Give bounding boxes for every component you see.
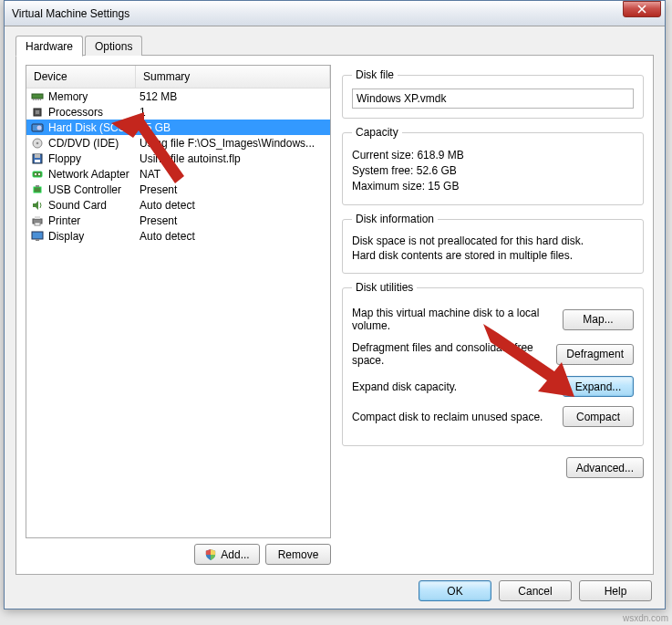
disk-icon	[30, 121, 45, 134]
device-summary: NAT	[134, 168, 326, 181]
advanced-button[interactable]: Advanced...	[566, 457, 644, 478]
diskfile-group: Disk file	[342, 68, 644, 119]
device-name: Network Adapter	[48, 168, 134, 181]
capacity-current: Current size: 618.9 MB	[352, 149, 634, 161]
svg-rect-24	[32, 232, 43, 239]
utilities-legend: Disk utilities	[352, 281, 417, 294]
device-summary: 15 GB	[134, 121, 326, 134]
cpu-icon	[30, 106, 45, 119]
svg-rect-22	[35, 216, 40, 219]
detail-panel: Disk file Capacity Current size: 618.9 M…	[342, 65, 644, 565]
device-summary: Using file autoinst.flp	[134, 152, 326, 165]
util-defrag-row: Defragment files and consolidate free sp…	[352, 341, 634, 367]
device-summary: Using file F:\OS_Images\Windows...	[134, 137, 326, 150]
device-summary: Present	[134, 214, 326, 227]
svg-rect-14	[35, 160, 40, 162]
window-content: Hardware Options Device Summary Memory51…	[5, 26, 665, 582]
capacity-group: Capacity Current size: 618.9 MB System f…	[342, 126, 644, 205]
device-summary: 1	[134, 106, 326, 119]
diskinfo-line1: Disk space is not preallocated for this …	[352, 234, 634, 247]
ok-button[interactable]: OK	[419, 580, 491, 601]
util-defrag-desc: Defragment files and consolidate free sp…	[352, 341, 556, 367]
expand-button[interactable]: Expand...	[563, 376, 634, 397]
svg-point-11	[36, 141, 39, 144]
add-button-label: Add...	[221, 548, 249, 561]
dialog-buttons: OK Cancel Help	[419, 580, 652, 601]
tab-hardware[interactable]: Hardware	[16, 36, 83, 57]
device-row-cpu[interactable]: Processors1	[26, 104, 330, 120]
device-row-disk[interactable]: Hard Disk (SCSI)15 GB	[26, 120, 330, 135]
device-rows: Memory512 MBProcessors1Hard Disk (SCSI)1…	[26, 89, 330, 537]
svg-marker-20	[33, 201, 38, 210]
watermark: wsxdn.com	[623, 613, 668, 623]
svg-rect-1	[33, 99, 34, 100]
remove-button[interactable]: Remove	[265, 544, 331, 565]
device-name: Sound Card	[48, 199, 134, 212]
device-name: Processors	[48, 106, 134, 119]
diskinfo-legend: Disk information	[352, 213, 438, 225]
defragment-button[interactable]: Defragment	[556, 344, 634, 365]
device-summary: Auto detect	[134, 230, 326, 243]
device-name: Printer	[48, 214, 134, 227]
net-icon	[30, 168, 45, 181]
device-name: Floppy	[48, 152, 134, 165]
util-expand-desc: Expand disk capacity.	[352, 380, 563, 393]
device-summary: Present	[134, 183, 326, 196]
diskfile-input[interactable]	[352, 89, 634, 109]
col-header-device[interactable]: Device	[26, 66, 136, 88]
tab-panel: Device Summary Memory512 MBProcessors1Ha…	[16, 55, 654, 575]
device-name: CD/DVD (IDE)	[48, 137, 134, 150]
shield-icon	[204, 549, 217, 560]
svg-rect-15	[33, 172, 42, 177]
diskfile-legend: Disk file	[352, 68, 398, 81]
device-row-cd[interactable]: CD/DVD (IDE)Using file F:\OS_Images\Wind…	[26, 135, 330, 151]
util-compact-row: Compact disk to reclaim unused space. Co…	[352, 406, 634, 427]
device-name: Memory	[48, 90, 134, 103]
device-summary: 512 MB	[134, 90, 326, 103]
device-row-floppy[interactable]: FloppyUsing file autoinst.flp	[26, 151, 330, 166]
cancel-button[interactable]: Cancel	[499, 580, 572, 601]
device-row-sound[interactable]: Sound CardAuto detect	[26, 197, 330, 213]
svg-rect-7	[36, 110, 39, 114]
util-map-desc: Map this virtual machine disk to a local…	[352, 307, 563, 332]
capacity-max: Maximum size: 15 GB	[352, 180, 634, 193]
tab-options[interactable]: Options	[85, 36, 142, 56]
util-compact-desc: Compact disk to reclaim unused space.	[352, 411, 563, 423]
tab-strip: Hardware Options	[16, 36, 654, 56]
col-header-summary[interactable]: Summary	[136, 66, 330, 88]
utilities-group: Disk utilities Map this virtual machine …	[342, 281, 644, 446]
svg-rect-4	[38, 99, 39, 100]
map-button[interactable]: Map...	[563, 309, 634, 330]
settings-window: Virtual Machine Settings Hardware Option…	[4, 0, 666, 609]
compact-button[interactable]: Compact	[563, 406, 634, 427]
svg-rect-0	[32, 94, 43, 99]
device-name: Hard Disk (SCSI)	[48, 121, 134, 134]
window-title: Virtual Machine Settings	[12, 7, 129, 20]
svg-rect-25	[36, 239, 39, 241]
cd-icon	[30, 137, 45, 150]
util-expand-row: Expand disk capacity. Expand...	[352, 376, 634, 397]
device-name: USB Controller	[48, 183, 134, 196]
close-button[interactable]	[623, 1, 661, 17]
usb-icon	[30, 183, 45, 196]
svg-rect-5	[40, 99, 41, 100]
device-row-net[interactable]: Network AdapterNAT	[26, 166, 330, 182]
svg-point-9	[37, 125, 42, 130]
floppy-icon	[30, 152, 45, 165]
device-row-memory[interactable]: Memory512 MB	[26, 89, 330, 104]
svg-rect-2	[35, 99, 36, 100]
help-button[interactable]: Help	[579, 580, 652, 601]
add-button[interactable]: Add...	[194, 544, 260, 565]
display-icon	[30, 230, 45, 243]
device-row-printer[interactable]: PrinterPresent	[26, 213, 330, 228]
titlebar: Virtual Machine Settings	[5, 1, 665, 26]
device-row-usb[interactable]: USB ControllerPresent	[26, 182, 330, 197]
device-row-display[interactable]: DisplayAuto detect	[26, 228, 330, 244]
util-map-row: Map this virtual machine disk to a local…	[352, 307, 634, 332]
device-table: Device Summary Memory512 MBProcessors1Ha…	[26, 65, 331, 538]
svg-rect-17	[38, 173, 40, 175]
svg-rect-3	[36, 99, 37, 100]
svg-rect-19	[36, 185, 39, 187]
capacity-legend: Capacity	[352, 126, 402, 139]
printer-icon	[30, 214, 45, 227]
